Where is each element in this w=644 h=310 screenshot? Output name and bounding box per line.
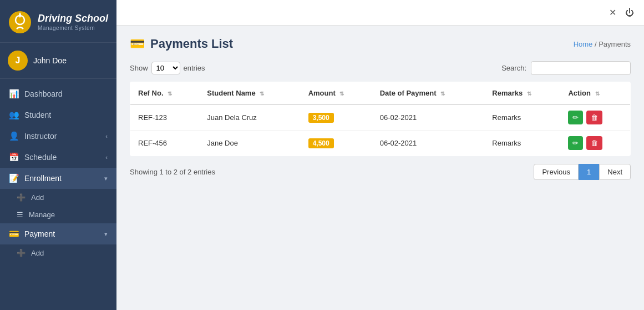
sidebar-item-instructor-label: Instructor [24, 132, 57, 141]
amount-badge-1: 3,500 [308, 113, 334, 123]
topbar: ✕ ⏻ [116, 0, 644, 26]
sidebar: Driving School Management System J John … [0, 0, 116, 310]
add-enrollment-icon: ➕ [17, 193, 26, 202]
chevron-instructor-icon: ‹ [105, 133, 108, 139]
sidebar-item-payment[interactable]: 💳 Payment ▾ [0, 223, 116, 244]
delete-btn-2[interactable]: 🗑 [586, 136, 602, 150]
chevron-enrollment-icon: ▾ [104, 175, 108, 182]
sidebar-item-schedule[interactable]: 📅 Schedule ‹ [0, 147, 116, 168]
cell-date-2: 06-02-2021 [372, 131, 485, 156]
logo-icon [8, 10, 32, 34]
sidebar-item-student-label: Student [24, 111, 51, 119]
user-name: John Doe [33, 56, 67, 65]
amount-badge-2: 4,500 [308, 138, 334, 148]
page-title-text: Payments List [150, 37, 233, 51]
col-student: Student Name ⇅ [199, 82, 300, 105]
avatar: J [8, 51, 28, 71]
cell-amount-1: 3,500 [301, 104, 372, 131]
brand-sub: Management System [38, 25, 108, 32]
sort-remarks-icon[interactable]: ⇅ [527, 91, 531, 97]
showing-info: Showing 1 to 2 of 2 entries [130, 168, 215, 176]
col-ref: Ref No. ⇅ [130, 82, 200, 105]
main-content: ✕ ⏻ 💳 Payments List Home / Payments Show… [116, 0, 644, 310]
action-btns-1: ✏ 🗑 [568, 111, 622, 124]
edit-btn-2[interactable]: ✏ [568, 136, 583, 150]
next-page-btn[interactable]: Next [599, 164, 631, 180]
sidebar-item-dashboard-label: Dashboard [24, 89, 63, 98]
sidebar-item-schedule-label: Schedule [24, 153, 57, 162]
breadcrumb-separator: / [595, 40, 597, 48]
sidebar-item-add-payment[interactable]: ➕ Add [0, 244, 116, 262]
cell-amount-2: 4,500 [301, 131, 372, 156]
chevron-payment-icon: ▾ [104, 231, 108, 238]
schedule-icon: 📅 [9, 152, 19, 162]
cell-student-2: Jane Doe [199, 131, 300, 156]
search-input[interactable] [531, 61, 631, 75]
page-1-btn[interactable]: 1 [579, 164, 599, 180]
entries-label: entries [184, 64, 205, 72]
power-icon[interactable]: ⏻ [625, 8, 634, 18]
chevron-schedule-icon: ‹ [105, 154, 108, 161]
enrollment-icon: 📝 [9, 173, 19, 183]
prev-page-btn[interactable]: Previous [534, 164, 579, 180]
breadcrumb-current: Payments [599, 40, 631, 48]
search-label: Search: [501, 64, 526, 72]
page-title: 💳 Payments List [130, 37, 233, 51]
sidebar-item-manage[interactable]: ☰ Manage [0, 206, 116, 223]
col-amount: Amount ⇅ [301, 82, 372, 105]
table-head: Ref No. ⇅ Student Name ⇅ Amount ⇅ Date o… [130, 82, 631, 105]
user-section: J John Doe [0, 43, 116, 79]
cell-date-1: 06-02-2021 [372, 104, 485, 131]
sidebar-item-instructor[interactable]: 👤 Instructor ‹ [0, 126, 116, 147]
sidebar-item-dashboard[interactable]: 📊 Dashboard [0, 83, 116, 104]
sort-action-icon[interactable]: ⇅ [595, 91, 600, 97]
col-student-label: Student Name [207, 89, 255, 97]
search-box: Search: [501, 61, 631, 75]
sidebar-item-payment-label: Payment [24, 229, 55, 238]
student-icon: 👥 [9, 110, 19, 120]
sort-amount-icon[interactable]: ⇅ [339, 91, 344, 97]
col-remarks: Remarks ⇅ [484, 82, 560, 105]
breadcrumb: Home / Payments [574, 40, 631, 48]
cell-action-1: ✏ 🗑 [560, 104, 630, 131]
delete-btn-1[interactable]: 🗑 [586, 111, 602, 124]
sidebar-item-add-payment-label: Add [31, 249, 44, 257]
col-ref-label: Ref No. [138, 89, 164, 97]
action-btns-2: ✏ 🗑 [568, 136, 622, 150]
payment-icon: 💳 [9, 229, 19, 239]
table-controls: Show 10 25 50 100 entries Search: [130, 61, 631, 75]
sort-date-icon[interactable]: ⇅ [440, 91, 445, 97]
sidebar-item-add-enrollment-label: Add [31, 193, 44, 202]
instructor-icon: 👤 [9, 131, 19, 141]
edit-btn-1[interactable]: ✏ [568, 111, 583, 124]
sidebar-item-add-enrollment[interactable]: ➕ Add [0, 189, 116, 206]
sidebar-item-enrollment-label: Enrollment [24, 174, 62, 183]
cell-remarks-1: Remarks [484, 104, 560, 131]
pagination: Previous 1 Next [534, 164, 631, 180]
col-date: Date of Payment ⇅ [372, 82, 485, 105]
col-remarks-label: Remarks [492, 89, 523, 97]
data-table: Ref No. ⇅ Student Name ⇅ Amount ⇅ Date o… [130, 82, 631, 156]
col-amount-label: Amount [308, 89, 336, 97]
brand-name: Driving School [38, 13, 108, 25]
nav-list: 📊 Dashboard 👥 Student 👤 Instructor ‹ 📅 S… [0, 79, 116, 310]
page-header: 💳 Payments List Home / Payments [130, 37, 631, 51]
sidebar-item-enrollment[interactable]: 📝 Enrollment ▾ [0, 168, 116, 189]
breadcrumb-home[interactable]: Home [574, 40, 593, 48]
sidebar-logo: Driving School Management System [0, 0, 116, 43]
col-date-label: Date of Payment [380, 89, 437, 97]
content-area: 💳 Payments List Home / Payments Show 10 … [116, 26, 644, 310]
sidebar-item-student[interactable]: 👥 Student [0, 104, 116, 126]
table-row: REF-456 Jane Doe 4,500 06-02-2021 Remark… [130, 131, 631, 156]
table-row: REF-123 Juan Dela Cruz 3,500 06-02-2021 … [130, 104, 631, 131]
page-title-icon: 💳 [130, 37, 145, 51]
manage-icon: ☰ [17, 211, 23, 219]
show-entries: Show 10 25 50 100 entries [130, 62, 205, 74]
sort-student-icon[interactable]: ⇅ [260, 91, 264, 97]
table-footer: Showing 1 to 2 of 2 entries Previous 1 N… [130, 164, 631, 180]
table-header-row: Ref No. ⇅ Student Name ⇅ Amount ⇅ Date o… [130, 82, 631, 105]
add-payment-icon: ➕ [17, 249, 26, 257]
entries-select[interactable]: 10 25 50 100 [151, 62, 180, 74]
close-icon[interactable]: ✕ [609, 7, 616, 18]
sort-ref-icon[interactable]: ⇅ [168, 91, 172, 97]
